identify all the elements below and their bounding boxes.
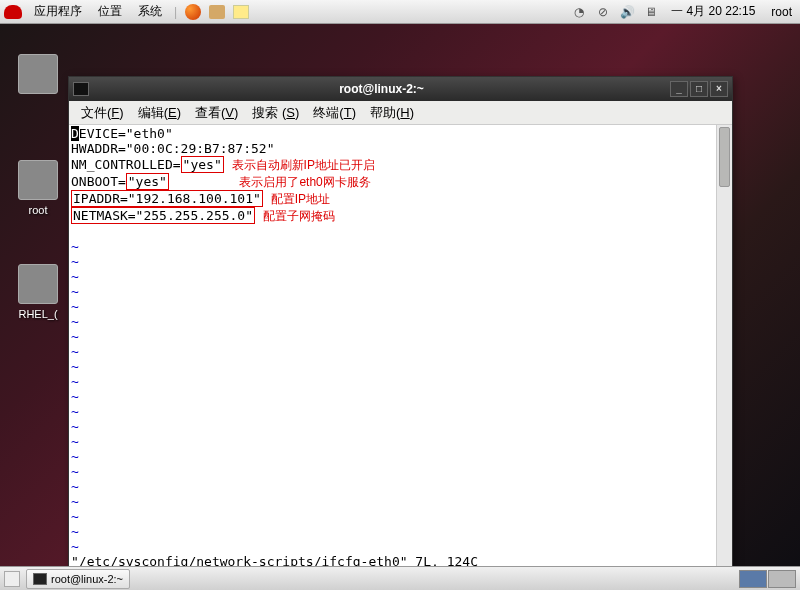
desktop-folder-icon[interactable] (6, 54, 70, 98)
vim-tilde: ~ (71, 299, 79, 314)
menu-terminal[interactable]: 终端(T) (307, 102, 362, 124)
menu-search[interactable]: 搜索 (S) (246, 102, 305, 124)
menu-view[interactable]: 查看(V) (189, 102, 244, 124)
menubar: 文件(F) 编辑(E) 查看(V) 搜索 (S) 终端(T) 帮助(H) (69, 101, 732, 125)
panel-right: ◔ ⊘ 🔊 🖥 一 4月 20 22:15 root (571, 1, 796, 22)
disk-icon[interactable]: ⊘ (595, 4, 611, 20)
vim-tilde: ~ (71, 539, 79, 554)
close-button[interactable]: × (710, 81, 728, 97)
terminal-icon (73, 82, 89, 96)
highlight-box: "yes" (181, 156, 224, 173)
menu-applications[interactable]: 应用程序 (30, 1, 86, 22)
user-menu[interactable]: root (767, 3, 796, 21)
vim-tilde: ~ (71, 239, 79, 254)
menu-help[interactable]: 帮助(H) (364, 102, 420, 124)
vim-tilde: ~ (71, 479, 79, 494)
updates-icon[interactable]: ◔ (571, 4, 587, 20)
taskbar-button[interactable]: root@linux-2:~ (26, 569, 130, 589)
highlight-box: IPADDR="192.168.100.101" (71, 190, 263, 207)
vim-tilde: ~ (71, 374, 79, 389)
annotation: 表示自动刷新IP地址已开启 (232, 158, 375, 172)
panel-left: 应用程序 位置 系统 | (4, 1, 249, 22)
vim-tilde: ~ (71, 434, 79, 449)
cursor: D (71, 126, 79, 141)
vim-tilde: ~ (71, 314, 79, 329)
menu-places[interactable]: 位置 (94, 1, 126, 22)
separator: | (174, 5, 177, 19)
network-icon[interactable]: 🖥 (643, 4, 659, 20)
bottom-panel: root@linux-2:~ (0, 566, 800, 590)
folder-icon (18, 54, 58, 94)
disc-icon (18, 264, 58, 304)
workspace-1[interactable] (739, 570, 767, 588)
terminal-icon (33, 573, 47, 585)
vim-tilde: ~ (71, 284, 79, 299)
vim-tilde: ~ (71, 464, 79, 479)
window-titlebar[interactable]: root@linux-2:~ _ □ × (69, 77, 732, 101)
package-icon[interactable] (209, 5, 225, 19)
redhat-logo-icon[interactable] (4, 5, 22, 19)
vim-tilde: ~ (71, 449, 79, 464)
workspace-2[interactable] (768, 570, 796, 588)
menu-edit[interactable]: 编辑(E) (132, 102, 187, 124)
vim-tilde: ~ (71, 329, 79, 344)
annotation: 表示启用了eth0网卡服务 (239, 175, 370, 189)
menu-system[interactable]: 系统 (134, 1, 166, 22)
top-panel: 应用程序 位置 系统 | ◔ ⊘ 🔊 🖥 一 4月 20 22:15 root (0, 0, 800, 24)
scrollbar-thumb[interactable] (719, 127, 730, 187)
terminal-window: root@linux-2:~ _ □ × 文件(F) 编辑(E) 查看(V) 搜… (68, 76, 733, 576)
icon-label: root (6, 204, 70, 216)
vim-tilde: ~ (71, 344, 79, 359)
vim-tilde: ~ (71, 509, 79, 524)
annotation: 配置子网掩码 (263, 209, 335, 223)
terminal-body: DEVICE="eth0" HWADDR="00:0C:29:B7:87:52"… (69, 125, 732, 575)
firefox-icon[interactable] (185, 4, 201, 20)
vim-tilde: ~ (71, 404, 79, 419)
text-line: ONBOOT= (71, 174, 126, 189)
vim-tilde: ~ (71, 389, 79, 404)
clock[interactable]: 一 4月 20 22:15 (667, 1, 759, 22)
vim-tilde: ~ (71, 524, 79, 539)
desktop-disc-icon[interactable]: RHEL_( (6, 264, 70, 320)
highlight-box: NETMASK="255.255.255.0" (71, 207, 255, 224)
terminal-content[interactable]: DEVICE="eth0" HWADDR="00:0C:29:B7:87:52"… (69, 125, 716, 575)
notes-icon[interactable] (233, 5, 249, 19)
text-line: HWADDR="00:0C:29:B7:87:52" (71, 141, 275, 156)
icon-label: RHEL_( (6, 308, 70, 320)
workspace-switcher (739, 570, 796, 588)
highlight-box: "yes" (126, 173, 169, 190)
desktop-home-icon[interactable]: root (6, 160, 70, 216)
vim-tilde: ~ (71, 269, 79, 284)
home-icon (18, 160, 58, 200)
scrollbar[interactable] (716, 125, 732, 575)
maximize-button[interactable]: □ (690, 81, 708, 97)
text-line: NM_CONTROLLED= (71, 157, 181, 172)
text-line: EVICE="eth0" (79, 126, 173, 141)
vim-tilde: ~ (71, 254, 79, 269)
desktop[interactable]: root RHEL_( root@linux-2:~ _ □ × 文件(F) 编… (0, 24, 800, 566)
task-label: root@linux-2:~ (51, 573, 123, 585)
vim-tilde: ~ (71, 419, 79, 434)
minimize-button[interactable]: _ (670, 81, 688, 97)
show-desktop-button[interactable] (4, 571, 20, 587)
volume-icon[interactable]: 🔊 (619, 4, 635, 20)
window-title: root@linux-2:~ (95, 82, 668, 96)
menu-file[interactable]: 文件(F) (75, 102, 130, 124)
vim-tilde: ~ (71, 359, 79, 374)
vim-tilde: ~ (71, 494, 79, 509)
annotation: 配置IP地址 (271, 192, 330, 206)
